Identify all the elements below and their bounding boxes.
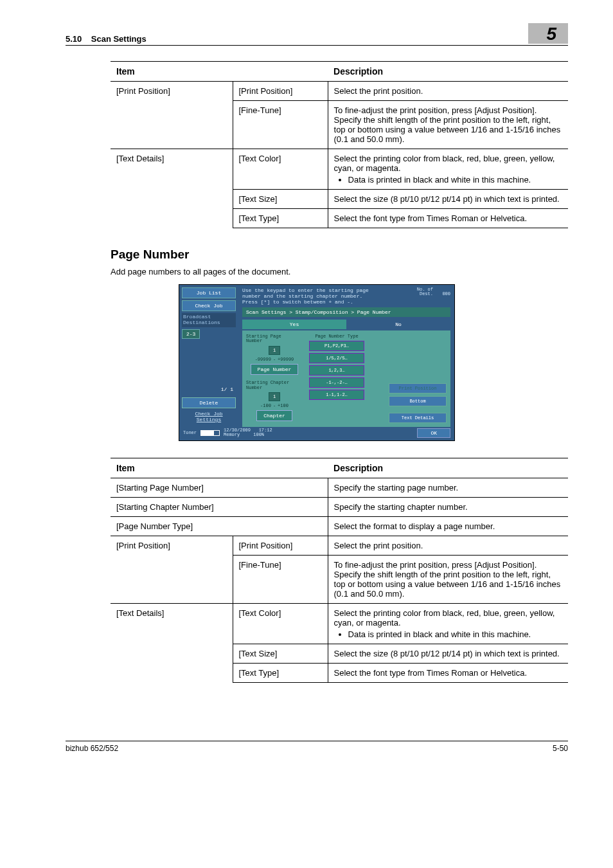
footer-page-no: 5-50 [553, 744, 568, 753]
table2-head-item: Item [111, 458, 328, 478]
panel-ok-button[interactable]: OK [417, 428, 450, 438]
toner-gauge-icon [200, 430, 220, 436]
settings-table-1: Item Description [Print Position] [Print… [111, 61, 568, 228]
table2-head-desc: Description [328, 458, 568, 478]
header-chapter-no: 5 [528, 23, 568, 44]
panel-print-position-label: Print Position [389, 383, 447, 393]
t2-cell: [Fine-Tune] [233, 555, 328, 603]
panel-pntype-opt[interactable]: P1,P2,P3… [309, 341, 364, 351]
panel-dest-badge[interactable]: 2-3 [182, 329, 200, 339]
t1-cell: [Text Type] [233, 209, 328, 228]
header-section-no: 5.10 [66, 34, 82, 44]
panel-pntype-opt[interactable]: -1-,-2-… [309, 377, 364, 388]
t1-cell: [Text Size] [233, 190, 328, 209]
panel-breadcrumb: Scan Settings > Stamp/Composition > Page… [242, 307, 450, 317]
panel-page-number-button[interactable]: Page Number [251, 364, 299, 375]
panel-job-list-button[interactable]: Job List [182, 287, 236, 298]
panel-print-position-button[interactable]: Bottom [389, 396, 447, 406]
t2-cell: [Print Position] [111, 536, 233, 603]
t2-cell: [Starting Page Number] [111, 478, 328, 497]
section-page-number-body: Add page numbers to all pages of the doc… [111, 267, 568, 276]
section-page-number-title: Page Number [111, 248, 568, 262]
t1-cell: Select the printing color from black, re… [328, 149, 568, 190]
panel-chapter-button[interactable]: Chapter [256, 410, 292, 421]
table1-head-item: Item [111, 62, 328, 82]
table1-head-desc: Description [328, 62, 568, 82]
t2-cell: Select the print position. [328, 536, 568, 555]
t1-cell: [Text Color] [233, 149, 328, 190]
panel-broadcast-label: Broadcast Destinations [182, 313, 236, 327]
panel-dest-count: 1/ 1 [182, 385, 236, 393]
t1-cell: [Text Details] [111, 149, 233, 228]
t2-cell: Select the font type from Times Roman or… [328, 663, 568, 682]
panel-text-details-button[interactable]: Text Details [389, 413, 447, 423]
page-header: 5.10 Scan Settings 5 [66, 23, 568, 46]
header-section-title: Scan Settings [91, 34, 147, 44]
t2-cell: Select the size (8 pt/10 pt/12 pt/14 pt)… [328, 644, 568, 663]
t1-cell: [Fine-Tune] [233, 101, 328, 149]
t2-cell: [Text Details] [111, 603, 233, 682]
page-footer: bizhub 652/552 5-50 [66, 741, 568, 753]
panel-check-job-button[interactable]: Check Job [182, 300, 236, 311]
t1-cell: [Print Position] [233, 82, 328, 101]
settings-table-2: Item Description [Starting Page Number] … [111, 458, 568, 683]
t2-cell: [Text Type] [233, 663, 328, 682]
panel-no-tab[interactable]: No [346, 320, 450, 329]
footer-model: bizhub 652/552 [66, 744, 118, 753]
t2-cell: [Text Color] [233, 603, 328, 644]
panel-pntype-opt[interactable]: 1/5,2/5… [309, 353, 364, 363]
t2-cell: Specify the starting chapter number. [328, 497, 568, 516]
panel-dest-value: 000 [442, 291, 450, 296]
panel-toner-label: Toner [183, 431, 197, 435]
t2-cell: Select the format to display a page numb… [328, 516, 568, 536]
panel-pntype-opt[interactable]: 1-1,1-2… [309, 390, 364, 400]
t2-cell: Specify the starting page number. [328, 478, 568, 497]
panel-pntype-opt[interactable]: 1,2,3… [309, 365, 364, 375]
panel-dest-label: No. of Dest. [417, 287, 433, 296]
t2-cell: To fine-adjust the print position, press… [328, 555, 568, 603]
panel-start-page-value: 1 [269, 346, 280, 355]
t1-cell: To fine-adjust the print position, press… [328, 101, 568, 149]
panel-instruction: Use the keypad to enter the starting pag… [242, 287, 417, 305]
t1-cell: Select the size (8 pt/10 pt/12 pt/14 pt)… [328, 190, 568, 209]
t2-cell: [Starting Chapter Number] [111, 497, 328, 516]
panel-check-settings-link[interactable]: Check Job Settings [182, 410, 236, 424]
t2-cell: [Page Number Type] [111, 516, 328, 536]
t1-cell: Select the print position. [328, 82, 568, 101]
t1-cell: [Print Position] [111, 82, 233, 149]
printer-panel-screenshot: Job List Check Job Broadcast Destination… [179, 284, 455, 441]
t1-cell: Select the font type from Times Roman or… [328, 209, 568, 228]
panel-delete-button[interactable]: Delete [182, 397, 236, 408]
panel-yes-tab[interactable]: Yes [242, 320, 346, 329]
t2-cell: Select the printing color from black, re… [328, 603, 568, 644]
panel-start-chapter-value: 1 [269, 392, 280, 401]
t2-cell: [Text Size] [233, 644, 328, 663]
t2-cell: [Print Position] [233, 536, 328, 555]
